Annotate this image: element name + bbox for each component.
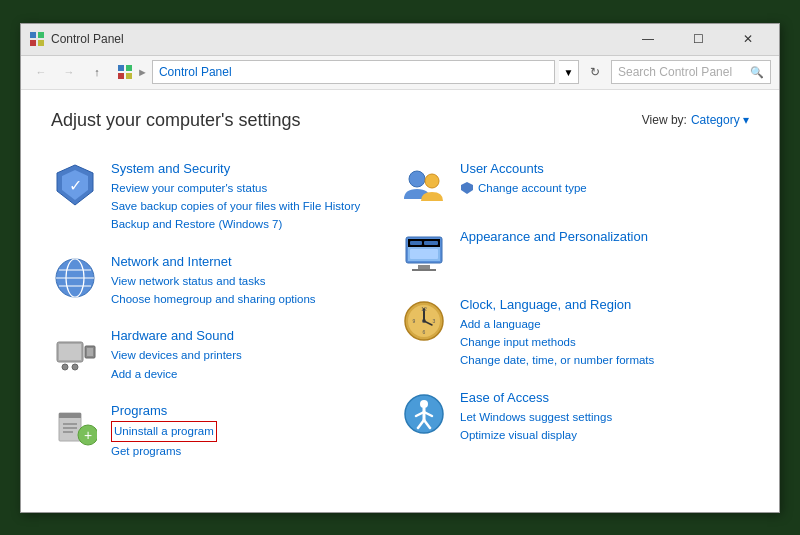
svg-text:+: +: [84, 427, 92, 443]
categories-grid: ✓ System and Security Review your comput…: [51, 151, 749, 471]
svg-text:12: 12: [421, 306, 427, 312]
appearance-icon: [400, 229, 448, 277]
back-button[interactable]: ←: [29, 60, 53, 84]
svg-rect-39: [412, 269, 436, 271]
svg-rect-19: [87, 348, 93, 356]
view-by-control: View by: Category ▾: [642, 113, 749, 127]
svg-rect-2: [30, 40, 36, 46]
breadcrumb-text: Control Panel: [159, 65, 232, 79]
svg-rect-35: [410, 241, 422, 245]
clock-title[interactable]: Clock, Language, and Region: [460, 297, 749, 312]
svg-point-21: [72, 364, 78, 370]
category-system-security: ✓ System and Security Review your comput…: [51, 151, 400, 244]
programs-title[interactable]: Programs: [111, 403, 400, 418]
svg-text:✓: ✓: [69, 177, 82, 194]
link-date-time[interactable]: Change date, time, or number formats: [460, 351, 749, 369]
link-review-status[interactable]: Review your computer's status: [111, 179, 400, 197]
system-security-title[interactable]: System and Security: [111, 161, 400, 176]
svg-text:9: 9: [413, 318, 416, 324]
close-button[interactable]: ✕: [725, 23, 771, 55]
category-user-accounts: User Accounts Change account type: [400, 151, 749, 219]
search-box[interactable]: Search Control Panel 🔍: [611, 60, 771, 84]
ease-icon: [400, 390, 448, 438]
svg-rect-38: [418, 265, 430, 269]
link-input-methods[interactable]: Change input methods: [460, 333, 749, 351]
svg-point-30: [425, 174, 439, 188]
shield-small-icon: [460, 181, 474, 195]
programs-content: Programs Uninstall a program Get program…: [111, 403, 400, 460]
svg-rect-23: [59, 413, 81, 418]
user-accounts-title[interactable]: User Accounts: [460, 161, 749, 176]
svg-point-20: [62, 364, 68, 370]
clock-content: Clock, Language, and Region Add a langua…: [460, 297, 749, 370]
left-column: ✓ System and Security Review your comput…: [51, 151, 400, 471]
category-network: Network and Internet View network status…: [51, 244, 400, 319]
svg-marker-31: [461, 182, 473, 194]
system-security-content: System and Security Review your computer…: [111, 161, 400, 234]
svg-rect-36: [424, 241, 438, 245]
hardware-title[interactable]: Hardware and Sound: [111, 328, 400, 343]
link-change-account[interactable]: Change account type: [478, 179, 587, 197]
view-by-label: View by:: [642, 113, 687, 127]
appearance-content: Appearance and Personalization: [460, 229, 749, 247]
svg-rect-1: [38, 32, 44, 38]
network-icon: [51, 254, 99, 302]
maximize-button[interactable]: ☐: [675, 23, 721, 55]
hardware-content: Hardware and Sound View devices and prin…: [111, 328, 400, 383]
network-content: Network and Internet View network status…: [111, 254, 400, 309]
system-security-icon: ✓: [51, 161, 99, 209]
link-backup-restore[interactable]: Backup and Restore (Windows 7): [111, 215, 400, 233]
svg-rect-28: [63, 431, 73, 433]
svg-rect-26: [63, 423, 77, 425]
svg-point-29: [409, 171, 425, 187]
link-homegroup[interactable]: Choose homegroup and sharing options: [111, 290, 400, 308]
link-backup-files[interactable]: Save backup copies of your files with Fi…: [111, 197, 400, 215]
control-panel-window: Control Panel — ☐ ✕ ← → ↑ ► Control Pane…: [20, 23, 780, 513]
category-programs: + Programs Uninstall a program Get progr…: [51, 393, 400, 470]
ease-title[interactable]: Ease of Access: [460, 390, 749, 405]
address-bar: ← → ↑ ► Control Panel ▼ ↻ Search Control…: [21, 56, 779, 90]
link-add-device[interactable]: Add a device: [111, 365, 400, 383]
content-header: Adjust your computer's settings View by:…: [51, 110, 749, 131]
category-clock: 12 3 6 9 Clock, Language, and Region Add…: [400, 287, 749, 380]
svg-rect-4: [118, 65, 124, 71]
minimize-button[interactable]: —: [625, 23, 671, 55]
address-dropdown[interactable]: ▼: [559, 60, 579, 84]
svg-rect-5: [126, 65, 132, 71]
clock-icon: 12 3 6 9: [400, 297, 448, 345]
svg-rect-6: [118, 73, 124, 79]
svg-rect-0: [30, 32, 36, 38]
svg-rect-17: [59, 344, 81, 360]
search-icon: 🔍: [750, 66, 764, 79]
window-title: Control Panel: [51, 32, 625, 46]
svg-rect-37: [410, 249, 438, 259]
svg-text:3: 3: [433, 318, 436, 324]
refresh-button[interactable]: ↻: [583, 60, 607, 84]
user-accounts-content: User Accounts Change account type: [460, 161, 749, 197]
link-devices-printers[interactable]: View devices and printers: [111, 346, 400, 364]
page-title: Adjust your computer's settings: [51, 110, 301, 131]
svg-rect-27: [63, 427, 77, 429]
search-placeholder: Search Control Panel: [618, 65, 732, 79]
svg-rect-7: [126, 73, 132, 79]
up-button[interactable]: ↑: [85, 60, 109, 84]
category-hardware: Hardware and Sound View devices and prin…: [51, 318, 400, 393]
breadcrumb[interactable]: Control Panel: [152, 60, 555, 84]
network-title[interactable]: Network and Internet: [111, 254, 400, 269]
link-add-language[interactable]: Add a language: [460, 315, 749, 333]
view-by-button[interactable]: Category ▾: [691, 113, 749, 127]
forward-button[interactable]: →: [57, 60, 81, 84]
link-suggest-settings[interactable]: Let Windows suggest settings: [460, 408, 749, 426]
window-controls: — ☐ ✕: [625, 23, 771, 55]
window-icon: [29, 31, 45, 47]
link-visual-display[interactable]: Optimize visual display: [460, 426, 749, 444]
link-get-programs[interactable]: Get programs: [111, 442, 400, 460]
right-column: User Accounts Change account type: [400, 151, 749, 471]
link-network-status[interactable]: View network status and tasks: [111, 272, 400, 290]
appearance-title[interactable]: Appearance and Personalization: [460, 229, 749, 244]
user-accounts-icon: [400, 161, 448, 209]
ease-content: Ease of Access Let Windows suggest setti…: [460, 390, 749, 445]
hardware-icon: [51, 328, 99, 376]
link-uninstall[interactable]: Uninstall a program: [111, 421, 217, 441]
main-content: Adjust your computer's settings View by:…: [21, 90, 779, 512]
